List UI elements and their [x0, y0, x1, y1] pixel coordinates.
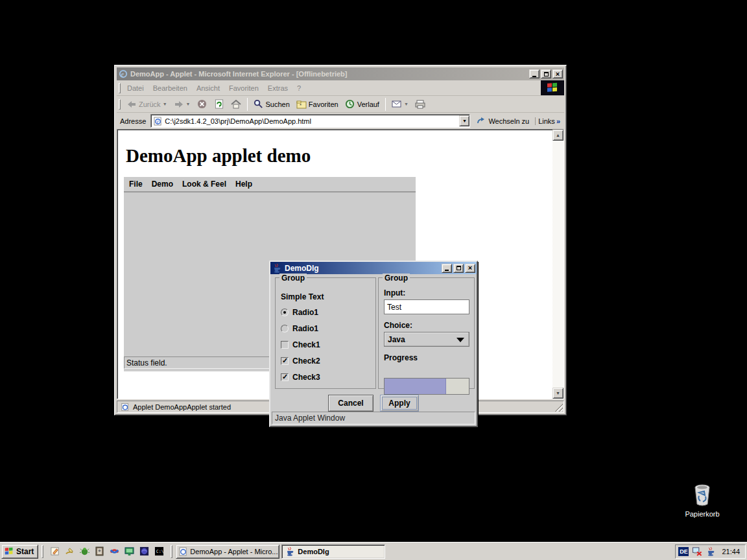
back-button[interactable]: Zurück ▼: [124, 98, 170, 111]
go-button[interactable]: Wechseln zu: [473, 116, 532, 126]
menu-hilfe[interactable]: ?: [292, 84, 305, 92]
ie-menubar: Datei Bearbeiten Ansicht Favoriten Extra…: [117, 80, 564, 96]
console-green-icon[interactable]: [124, 546, 135, 557]
svg-text:*: *: [300, 102, 302, 108]
input-field[interactable]: Test: [384, 299, 469, 314]
start-button[interactable]: Start: [1, 544, 38, 559]
scroll-down-icon[interactable]: ▼: [552, 388, 563, 399]
mail-button[interactable]: ▼: [389, 98, 411, 111]
desktop: e DemoApp - Applet - Microsoft Internet …: [0, 0, 747, 560]
toolbar-grip[interactable]: [119, 99, 121, 110]
bug-icon[interactable]: [79, 546, 90, 557]
cancel-button[interactable]: Cancel: [328, 395, 374, 412]
radio1-label: Radio1: [292, 308, 318, 317]
svg-text:C:\: C:\: [156, 549, 164, 554]
notepad-icon[interactable]: [49, 546, 60, 557]
tray-java-cup-icon[interactable]: [706, 546, 716, 557]
task-button-demoapp[interactable]: DemoApp - Applet - Micro...: [176, 544, 279, 559]
close-button[interactable]: ×: [552, 69, 563, 78]
links-bar[interactable]: Links »: [535, 117, 563, 125]
menu-ansicht[interactable]: Ansicht: [192, 84, 224, 92]
dos-prompt-icon[interactable]: C:\: [154, 546, 165, 557]
ie-throbber-windows-logo: [541, 80, 564, 95]
radio1-option[interactable]: Radio1: [281, 308, 318, 317]
menubar-grip[interactable]: [119, 83, 121, 93]
print-button[interactable]: [412, 98, 428, 111]
ribbon-icon[interactable]: [109, 546, 120, 557]
applet-menu-help[interactable]: Help: [233, 180, 259, 189]
address-label: Adresse: [118, 117, 148, 125]
demodlg-dialog: DemoDlg × Group Simple Text Radio1 Radio…: [269, 261, 478, 427]
dialog-buttons: Cancel Apply: [270, 395, 477, 412]
forward-arrow-icon: [174, 99, 184, 110]
task-label: DemoApp - Applet - Micro...: [190, 548, 278, 555]
applet-menubar: File Demo Look & Feel Help: [124, 177, 416, 192]
favorites-label: Favoriten: [309, 100, 338, 108]
menu-extras[interactable]: Extras: [263, 84, 292, 92]
checkbox-icon[interactable]: [281, 341, 289, 349]
taskbar-grip[interactable]: [171, 545, 172, 558]
radio-button-icon[interactable]: [281, 309, 289, 316]
check3-option[interactable]: Check3: [281, 373, 320, 382]
forward-dropdown-icon[interactable]: ▼: [186, 102, 191, 106]
checkbox-icon[interactable]: [281, 357, 289, 365]
resize-grip[interactable]: [555, 404, 563, 412]
addressbook-icon[interactable]: [94, 546, 105, 557]
task-button-demodlg[interactable]: DemoDlg: [281, 544, 385, 559]
apply-button[interactable]: Apply: [380, 395, 419, 412]
menu-bearbeiten[interactable]: Bearbeiten: [148, 84, 192, 92]
mail-dropdown-icon[interactable]: ▼: [404, 102, 409, 106]
svg-text:e: e: [121, 71, 124, 78]
favorites-button[interactable]: * Favoriten: [294, 98, 341, 111]
radio-button-icon[interactable]: [281, 325, 289, 332]
taskbar-clock[interactable]: 21:44: [719, 548, 740, 555]
home-button[interactable]: [228, 98, 244, 111]
ie-address-bar: Adresse e C:\j2sdk1.4.2_03\prj\DemoApp\D…: [117, 113, 564, 129]
page-heading: DemoApp applet demo: [126, 145, 311, 167]
check2-option[interactable]: Check2: [281, 356, 320, 366]
menu-datei[interactable]: Datei: [123, 84, 148, 92]
taskbar-grip[interactable]: [42, 545, 43, 558]
applet-menu-file[interactable]: File: [126, 180, 149, 189]
address-input[interactable]: e C:\j2sdk1.4.2_03\prj\DemoApp\DemoApp.h…: [150, 114, 470, 128]
checkbox-icon[interactable]: [281, 373, 289, 381]
choice-combobox[interactable]: Java: [384, 332, 469, 347]
dialog-maximize-button[interactable]: [453, 264, 464, 273]
network-offline-icon[interactable]: [692, 546, 702, 557]
maximize-button[interactable]: [541, 69, 551, 78]
check1-option[interactable]: Check1: [281, 340, 320, 349]
status-text: Applet DemoAppApplet started: [133, 403, 231, 411]
applet-menu-demo[interactable]: Demo: [149, 180, 180, 189]
search-button[interactable]: Suchen: [251, 98, 292, 111]
minimize-button[interactable]: [529, 69, 540, 78]
right-group-title: Group: [383, 274, 410, 283]
address-dropdown-button[interactable]: ▼: [459, 115, 469, 126]
signature-icon[interactable]: [64, 546, 75, 557]
radio2-option[interactable]: Radio1: [281, 324, 318, 333]
task-label: DemoDlg: [298, 548, 329, 555]
vertical-scrollbar[interactable]: ▲ ▼: [552, 130, 563, 399]
menu-favoriten[interactable]: Favoriten: [224, 84, 263, 92]
forward-button[interactable]: ▼: [171, 98, 193, 111]
left-group-title: Group: [279, 274, 307, 283]
task-ie-icon: [179, 546, 187, 557]
recycle-bin[interactable]: Papierkorb: [680, 484, 725, 518]
history-button[interactable]: Verlauf: [342, 98, 382, 111]
sphere-icon[interactable]: [139, 546, 150, 557]
scroll-up-icon[interactable]: ▲: [552, 130, 563, 141]
windows-logo-icon: [4, 547, 14, 556]
go-label: Wechseln zu: [488, 117, 529, 125]
applet-menu-lookfeel[interactable]: Look & Feel: [180, 180, 233, 189]
check2-label: Check2: [292, 356, 320, 366]
toolbar-separator: [385, 98, 386, 111]
toolbar-separator: [247, 98, 248, 111]
dialog-titlebar[interactable]: DemoDlg ×: [270, 262, 477, 274]
dialog-close-button[interactable]: ×: [465, 264, 475, 273]
dialog-minimize-button[interactable]: [442, 264, 452, 273]
stop-button[interactable]: [195, 98, 210, 111]
choice-label: Choice:: [384, 321, 469, 330]
language-indicator[interactable]: DE: [678, 547, 689, 556]
back-dropdown-icon[interactable]: ▼: [163, 102, 167, 106]
ie-titlebar[interactable]: e DemoApp - Applet - Microsoft Internet …: [117, 67, 564, 80]
refresh-button[interactable]: [211, 98, 227, 111]
